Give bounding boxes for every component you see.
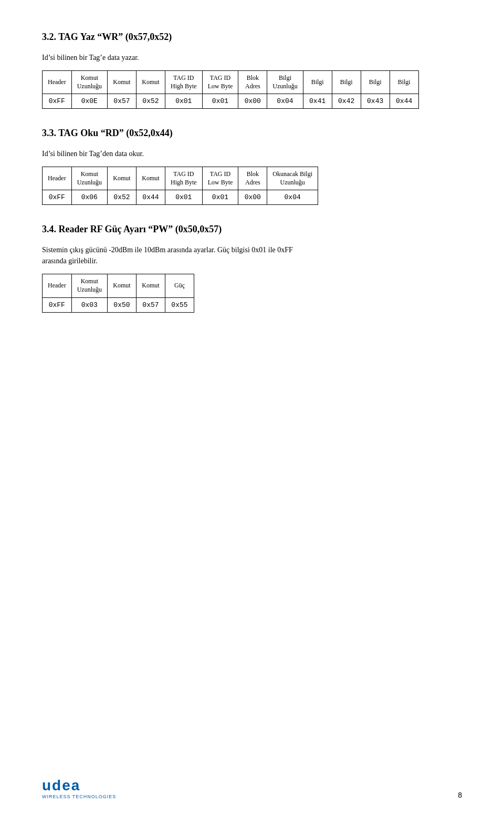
col-header-bilgi2: Bilgi	[332, 71, 361, 94]
table-header-row: Header KomutUzunluğu Komut Komut TAG IDH…	[43, 71, 419, 94]
cell-0x01-1: 0x01	[165, 94, 202, 109]
cell2-0x01-1: 0x01	[165, 190, 202, 205]
col-header-bilgi1: Bilgi	[303, 71, 332, 94]
desc-3-4-line2: arasında girilebilir.	[42, 257, 98, 265]
cell3-0x03: 0x03	[71, 297, 107, 312]
cell3-0x55: 0x55	[165, 297, 194, 312]
col-header-komut-uzunlugu: KomutUzunluğu	[71, 71, 107, 94]
col3-header-header: Header	[43, 274, 72, 297]
section-3-4: 3.4. Reader RF Güç Ayarı “PW” (0x50,0x57…	[42, 224, 462, 312]
table-3-2: Header KomutUzunluğu Komut Komut TAG IDH…	[42, 70, 419, 109]
col-header-komut1: Komut	[107, 71, 136, 94]
cell-xff: 0xFF	[43, 94, 72, 109]
cell2-0x00: 0x00	[238, 190, 267, 205]
col3-header-guc: Güç	[165, 274, 194, 297]
col-header-header: Header	[43, 71, 72, 94]
table-3-3: Header KomutUzunluğu Komut Komut TAG IDH…	[42, 167, 318, 205]
col3-header-komut1: Komut	[107, 274, 136, 297]
cell2-0x04: 0x04	[267, 190, 318, 205]
logo-text: udea	[42, 777, 80, 794]
col2-header-komut1: Komut	[107, 167, 136, 190]
table-3-4: Header KomutUzunluğu Komut Komut Güç 0xF…	[42, 274, 194, 312]
col2-header-komut-uzunlugu: KomutUzunluğu	[71, 167, 107, 190]
section-3-2: 3.2. TAG Yaz “WR” (0x57,0x52) Id’si bili…	[42, 32, 462, 109]
cell-0x43: 0x43	[361, 94, 390, 109]
col-header-tag-id-low: TAG IDLow Byte	[202, 71, 238, 94]
cell-0x01-2: 0x01	[202, 94, 238, 109]
page-number: 8	[458, 791, 462, 799]
col3-header-komut-uzunlugu: KomutUzunluğu	[71, 274, 107, 297]
col2-header-blok-adres: BlokAdres	[238, 167, 267, 190]
cell-0x0e: 0x0E	[71, 94, 107, 109]
heading-3-4: 3.4. Reader RF Güç Ayarı “PW” (0x50,0x57…	[42, 224, 462, 235]
col-header-komut2: Komut	[136, 71, 165, 94]
desc-3-3: Id’si bilinen bir Tag’den data okur.	[42, 148, 462, 159]
cell-0x41: 0x41	[303, 94, 332, 109]
cell2-0x52: 0x52	[107, 190, 136, 205]
col-header-blok-adres: BlokAdres	[238, 71, 267, 94]
col-header-tag-id-high: TAG IDHigh Byte	[165, 71, 202, 94]
cell-0x00: 0x00	[238, 94, 267, 109]
table-row-2: 0xFF 0x06 0x52 0x44 0x01 0x01 0x00 0x04	[43, 190, 318, 205]
col2-header-header: Header	[43, 167, 72, 190]
cell2-xff: 0xFF	[43, 190, 72, 205]
col3-header-komut2: Komut	[136, 274, 165, 297]
section-3-3: 3.3. TAG Oku “RD” (0x52,0x44) Id’si bili…	[42, 128, 462, 205]
logo-subtitle: WIRELESS TECHNOLOGIES	[42, 794, 116, 799]
desc-3-4-1: Sistemin çıkış gücünü -20dBm ile 10dBm a…	[42, 244, 462, 266]
col-header-bilgi4: Bilgi	[390, 71, 418, 94]
col2-header-tag-id-high: TAG IDHigh Byte	[165, 167, 202, 190]
table-row: 0xFF 0x0E 0x57 0x52 0x01 0x01 0x00 0x04 …	[43, 94, 419, 109]
page: 3.2. TAG Yaz “WR” (0x57,0x52) Id’si bili…	[0, 0, 504, 815]
table-row-3: 0xFF 0x03 0x50 0x57 0x55	[43, 297, 194, 312]
cell2-0x44: 0x44	[136, 190, 165, 205]
table-header-row-2: Header KomutUzunluğu Komut Komut TAG IDH…	[43, 167, 318, 190]
cell-0x44: 0x44	[390, 94, 418, 109]
footer: udea WIRELESS TECHNOLOGIES 8	[0, 777, 504, 799]
col2-header-tag-id-low: TAG IDLow Byte	[202, 167, 238, 190]
cell2-0x06: 0x06	[71, 190, 107, 205]
cell2-0x01-2: 0x01	[202, 190, 238, 205]
table-header-row-3: Header KomutUzunluğu Komut Komut Güç	[43, 274, 194, 297]
footer-logo: udea WIRELESS TECHNOLOGIES	[42, 777, 116, 799]
col2-header-okunacak-bilgi: Okunacak BilgiUzunluğu	[267, 167, 318, 190]
cell3-0x50: 0x50	[107, 297, 136, 312]
heading-3-2: 3.2. TAG Yaz “WR” (0x57,0x52)	[42, 32, 462, 43]
cell3-0x57: 0x57	[136, 297, 165, 312]
cell-0x52: 0x52	[136, 94, 165, 109]
desc-3-4-line1: Sistemin çıkış gücünü -20dBm ile 10dBm a…	[42, 246, 293, 254]
cell3-xff: 0xFF	[43, 297, 72, 312]
cell-0x57: 0x57	[107, 94, 136, 109]
col-header-bilgi-uzunlugu: BilgiUzunluğu	[267, 71, 303, 94]
desc-3-2: Id’si bilinen bir Tag’e data yazar.	[42, 52, 462, 63]
cell-0x42: 0x42	[332, 94, 361, 109]
cell-0x04: 0x04	[267, 94, 303, 109]
col-header-bilgi3: Bilgi	[361, 71, 390, 94]
heading-3-3: 3.3. TAG Oku “RD” (0x52,0x44)	[42, 128, 462, 139]
col2-header-komut2: Komut	[136, 167, 165, 190]
